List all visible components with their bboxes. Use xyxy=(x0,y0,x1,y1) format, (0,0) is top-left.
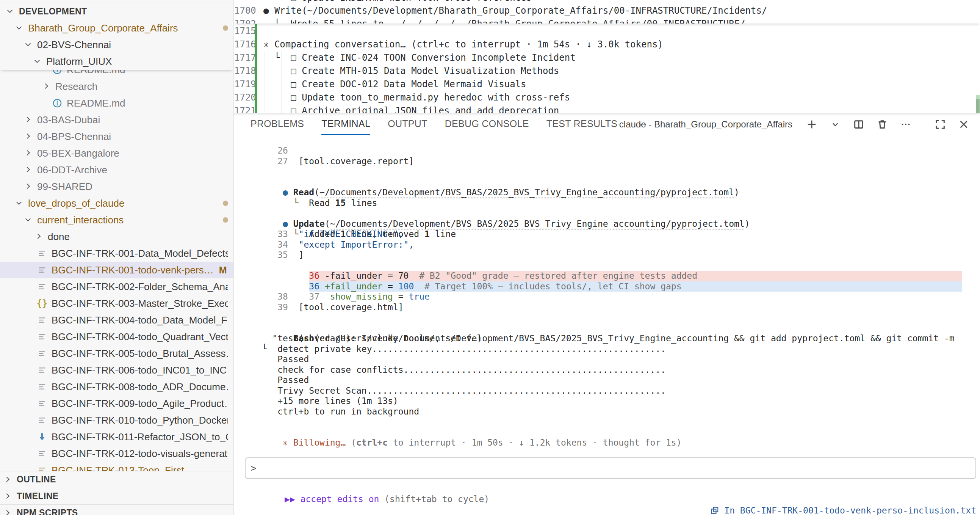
sidebar-file-trk002-folder-schema[interactable]: BGC-INF-TRK-002-Folder_Schema_Ana… xyxy=(0,278,234,295)
sidebar-file-trk013-toon-first[interactable]: BGC-INF-TRK-013-Toon_First… xyxy=(0,462,234,471)
sidebar-file-trk010-python-docker[interactable]: BGC-INF-TRK-010-todo_Python_Docker… xyxy=(0,412,234,429)
sidebar-folder-platform-uiux[interactable]: Platform_UIUX xyxy=(0,53,234,70)
tab-test-results[interactable]: TEST RESULTS xyxy=(546,113,617,135)
sidebar-file-readme[interactable]: README.md xyxy=(0,95,234,112)
bottom-panel: PROBLEMS TERMINAL OUTPUT DEBUG CONSOLE T… xyxy=(234,113,980,515)
claude-spinner-status: ✳ Billowing… (ctrl+c to interrupt · 1m 5… xyxy=(234,427,980,438)
sidebar-file-trk003-master-stroke[interactable]: {} BGC-INF-TRK-003-Master_Stroke_Exec… xyxy=(0,295,234,312)
text-file-icon xyxy=(37,249,48,258)
sidebar-folder-05-bex-bangalore[interactable]: 05-BEX-Bangalore xyxy=(0,145,234,161)
editor-line-1719: 1719 □ Create DOC-012 Data Model Mermaid… xyxy=(234,77,980,91)
sidebar-folder-bharath-group[interactable]: Bharath_Group_Corporate_Affairs xyxy=(0,20,234,37)
sidebar-file-trk001-data-model-defects[interactable]: BGC-INF-TRK-001-Data_Model_Defects… xyxy=(0,245,234,261)
sidebar-file-trk008-adr-docume[interactable]: BGC-INF-TRK-008-todo_ADR_Docume… xyxy=(0,378,234,395)
chevron-right-icon xyxy=(24,132,33,141)
claude-read-call: ● Read(~/Documents/Development/BVS_BAS/2… xyxy=(234,177,980,188)
sidebar-file-trk009-agile-product[interactable]: BGC-INF-TRK-009-todo_Agile_Product… xyxy=(0,395,234,412)
sidebar-folder-04-bps-chennai[interactable]: 04-BPS-Chennai xyxy=(0,128,234,145)
sidebar-file-trk001-todo-venk-selected[interactable]: BGC-INF-TRK-001-todo-venk-pers… M xyxy=(0,261,234,278)
sidebar-folder-research[interactable]: Research xyxy=(0,78,234,95)
chevron-down-icon xyxy=(15,199,24,207)
prompt-caret: > xyxy=(251,463,256,474)
bash-result-line: +15 more lines (1m 13s) xyxy=(234,396,980,407)
split-terminal-button[interactable] xyxy=(852,118,865,131)
text-file-icon xyxy=(37,282,48,292)
sidebar-folder-love-drops-of-claude[interactable]: love_drops_of_claude xyxy=(0,195,234,212)
tab-output[interactable]: OUTPUT xyxy=(388,113,428,135)
diff-context-line: 39 [tool.coverage.html] xyxy=(234,302,980,313)
chevron-right-icon xyxy=(43,82,51,91)
terminal-output[interactable]: 26 27 [tool.coverage.report] ● Read(~/Do… xyxy=(234,135,980,438)
text-file-icon xyxy=(37,449,48,459)
panel-more-actions-icon[interactable] xyxy=(899,118,912,131)
explorer-file-tree: Research README.md 03-BAS-Dubai 04-BPS-C… xyxy=(0,78,234,471)
panel-tabs: PROBLEMS TERMINAL OUTPUT DEBUG CONSOLE T… xyxy=(250,113,648,135)
editor-line-1718: 1718 □ Create MTH-015 Data Model Visuali… xyxy=(234,64,980,77)
sidebar-section-development[interactable]: DEVELOPMENT xyxy=(0,3,234,20)
file-path-link[interactable]: ~/Documents/Development/BVS_BAS/2025_BVS… xyxy=(330,219,745,229)
sidebar-folder-done[interactable]: done xyxy=(0,228,234,245)
editor-line-1716: 1716 ✳ Compacting conversation… (ctrl+c … xyxy=(234,38,980,51)
status-right-column: In BGC-INF-TRK-001-todo-venk-perso-inclu… xyxy=(711,483,976,515)
sidebar-file-trk011-refactor-json[interactable]: BGC-INF-TRK-011-Refactor_JSON_to_Q… xyxy=(0,429,234,445)
claude-prompt-input[interactable]: > xyxy=(245,458,976,479)
terminal-session-title[interactable]: claude - Bharath_Group_Corporate_Affairs xyxy=(619,119,792,130)
tool-bullet-icon: ● xyxy=(283,187,293,197)
sidebar-section-timeline[interactable]: TIMELINE xyxy=(0,488,234,504)
kill-terminal-button[interactable] xyxy=(876,118,889,131)
sidebar-folder-99-shared[interactable]: 99-SHARED xyxy=(0,178,234,195)
git-modified-badge: M xyxy=(219,265,227,276)
sidebar-clipped-bottom-row: BGC-INF-TRK-013-Toon_First… xyxy=(0,462,234,471)
bash-result-line: ctrl+b to run in background xyxy=(234,407,980,417)
terminal-profile-chevron-icon[interactable] xyxy=(829,118,842,131)
permission-mode-indicator[interactable]: ▶▶ accept edits on (shift+tab to cycle) xyxy=(253,483,489,515)
editor-sticky-scroll: □ Update INDEX.md with TOON cross-refere… xyxy=(234,0,980,24)
diff-removed-line: 36 -fail_under = 70 # B2 "Good" grade — … xyxy=(234,260,980,271)
ruler-added-mark xyxy=(976,95,980,99)
close-panel-button[interactable] xyxy=(957,118,970,131)
sidebar-file-trk005-brutal-assess[interactable]: BGC-INF-TRK-005-todo_Brutal_Assess… xyxy=(0,345,234,362)
sidebar-section-npm-scripts[interactable]: NPM SCRIPTS xyxy=(0,504,234,515)
explorer-sticky-headers: DEVELOPMENT Bharath_Group_Corporate_Affa… xyxy=(0,3,234,70)
tab-terminal[interactable]: TERMINAL xyxy=(321,113,370,135)
git-added-gutter-bar xyxy=(255,51,257,64)
sidebar-folder-current-interactions[interactable]: current_interactions xyxy=(0,212,234,228)
chevron-right-icon xyxy=(24,182,33,191)
modified-dot-badge xyxy=(223,217,228,223)
toml-line-number: 27 xyxy=(251,156,288,166)
text-file-icon xyxy=(37,465,48,471)
double-triangle-icon: ▶▶ xyxy=(285,494,295,504)
git-added-gutter-bar xyxy=(255,77,257,91)
tab-debug-console[interactable]: DEBUG CONSOLE xyxy=(445,113,529,135)
current-file-indicator[interactable]: In BGC-INF-TRK-001-todo-venk-perso-inclu… xyxy=(711,505,976,515)
sidebar-file-trk012-visuals-generat[interactable]: BGC-INF-TRK-012-todo-visuals-generat… xyxy=(0,445,234,462)
text-file-icon xyxy=(37,315,48,325)
text-file-icon xyxy=(37,365,48,375)
file-overlap-icon xyxy=(711,506,719,515)
arrow-down-icon xyxy=(37,432,48,442)
chevron-right-icon xyxy=(24,166,33,174)
sidebar-file-trk004-data-model[interactable]: BGC-INF-TRK-004-todo_Data_Model_F… xyxy=(0,312,234,328)
chevron-right-icon xyxy=(4,509,12,515)
editor-line-1720: 1720 □ Update toon_to_mermaid.py heredoc… xyxy=(234,91,980,104)
chevron-down-icon xyxy=(33,57,42,65)
panel-header-actions: claude - Bharath_Group_Corporate_Affairs xyxy=(619,113,970,135)
git-added-gutter-bar xyxy=(255,91,257,104)
sidebar-folder-03-bas-dubai[interactable]: 03-BAS-Dubai xyxy=(0,112,234,128)
tab-problems[interactable]: PROBLEMS xyxy=(250,113,304,135)
file-path-link[interactable]: ~/Documents/Development/BVS_BAS/2025_BVS… xyxy=(320,187,734,197)
chevron-right-icon xyxy=(4,492,12,501)
sidebar-file-trk004-quadrant[interactable]: BGC-INF-TRK-004-todo_Quadrant_Vect… xyxy=(0,328,234,345)
sidebar-folder-06-ddt-archive[interactable]: 06-DDT-Archive xyxy=(0,161,234,178)
sidebar-section-outline[interactable]: OUTLINE xyxy=(0,471,234,488)
spinner-icon: ✳ xyxy=(283,438,288,448)
maximize-panel-button[interactable] xyxy=(934,118,947,131)
sidebar-folder-02-bvs-chennai[interactable]: 02-BVS-Chennai xyxy=(0,37,234,53)
modified-dot-badge xyxy=(223,201,228,206)
editor-pane[interactable]: 1715 1716 ✳ Compacting conversation… (ct… xyxy=(234,0,980,113)
sidebar-file-readme-clipped[interactable]: README.md xyxy=(0,70,234,78)
sidebar-file-trk006-inc01-to-inc[interactable]: BGC-INF-TRK-006-todo_INC01_to_INC… xyxy=(0,362,234,378)
diff-context-line: 34 "except ImportError:", xyxy=(234,240,980,250)
chevron-right-icon xyxy=(35,233,43,241)
new-terminal-button[interactable] xyxy=(805,118,818,131)
